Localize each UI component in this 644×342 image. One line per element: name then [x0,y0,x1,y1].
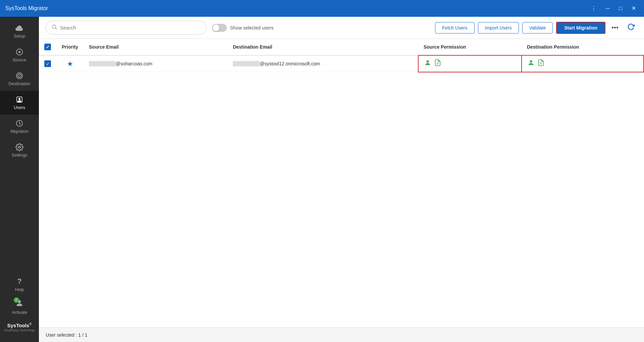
sidebar-item-users-label: Users [14,105,25,110]
select-all-checkbox[interactable]: ✓ [44,44,51,50]
cloud-icon [15,25,24,32]
sidebar-bottom: ? Help ✓ Activate SysTools® Simplifying … [0,274,39,339]
table-body: ✓ ★ @soharcoas.com @systool12.onmicrosof… [39,55,644,72]
sidebar-item-source-label: Source [12,57,26,62]
validate-button[interactable]: Validate [522,22,553,34]
svg-line-11 [55,28,57,29]
row-source-permission [418,55,522,72]
sidebar: Setup Source Destination [0,17,39,342]
refresh-button[interactable] [625,22,637,34]
header-priority: Priority [56,39,84,55]
sidebar-item-settings[interactable]: Settings [0,138,39,162]
svg-point-8 [18,146,20,148]
row-source-email: @soharcoas.com [84,55,227,72]
search-box [46,21,207,35]
table-header: ✓ Priority Source Email Destination Emai… [39,39,644,55]
sidebar-item-destination[interactable]: Destination [0,67,39,91]
more-icon: ••• [611,24,619,31]
sidebar-item-setup[interactable]: Setup [0,20,39,43]
destination-email-domain: @systool12.onmicrosoft.com [260,61,320,66]
row-checkmark-icon: ✓ [46,61,50,66]
star-icon: ★ [67,60,73,67]
header-checkbox-cell: ✓ [39,39,56,55]
header-source-permission: Source Permission [418,39,522,55]
start-migration-button[interactable]: Start Migration [556,22,605,34]
toolbar-actions: Fetch Users Import Users Validate Start … [435,22,637,34]
row-checkbox-cell: ✓ [39,55,56,72]
row-destination-email: @systool12.onmicrosoft.com [227,55,418,72]
dest-perm-icons [527,59,638,68]
toggle-wrap: Show selected users [212,24,430,32]
row-destination-permission [522,55,644,72]
toolbar: Show selected users Fetch Users Import U… [39,17,644,39]
window-controls: ⋮ ─ □ ✕ [588,4,639,12]
svg-point-4 [19,75,20,76]
logo-tm: ® [29,322,32,326]
svg-point-6 [18,98,20,100]
header-source-email: Source Email [84,39,227,55]
sidebar-item-migration[interactable]: Migration [0,115,39,138]
settings-icon [15,143,23,151]
maximize-button[interactable]: □ [616,4,625,12]
sidebar-item-migration-label: Migration [10,129,28,134]
toggle-label: Show selected users [230,25,273,31]
source-email-blurred [89,61,116,66]
user-table: ✓ Priority Source Email Destination Emai… [39,39,644,72]
sidebar-item-setup-label: Setup [14,34,25,39]
source-perm-icons [424,59,516,68]
destination-icon [15,72,23,80]
help-label: Help [15,287,24,292]
show-selected-toggle[interactable] [212,24,227,32]
source-icon [15,48,23,56]
logo-sub: Simplifying Technology [4,329,35,332]
status-text: User selected : 1 / 1 [46,332,88,338]
statusbar: User selected : 1 / 1 [39,327,644,342]
header-destination-permission: Destination Permission [522,39,644,55]
titlebar: SysTools Migrator ⋮ ─ □ ✕ [0,0,644,17]
users-icon [15,96,23,104]
search-input[interactable] [60,25,201,31]
svg-point-15 [530,60,532,63]
activate-icon-wrap: ✓ [15,299,24,308]
sidebar-item-source[interactable]: Source [0,43,39,67]
search-icon [51,24,57,32]
activate-label: Activate [12,310,27,315]
green-check-icon: ✓ [14,297,19,303]
help-icon: ? [17,277,21,286]
refresh-icon [627,23,635,31]
sidebar-help[interactable]: ? Help [0,274,39,295]
row-priority: ★ [56,55,84,72]
toggle-knob [213,24,219,31]
header-destination-email: Destination Email [227,39,418,55]
more-options-button[interactable]: ••• [609,22,621,33]
sidebar-activate[interactable]: ✓ Activate [0,295,39,318]
source-email-domain: @soharcoas.com [116,61,152,66]
minimize-button[interactable]: ─ [603,4,612,12]
table-row: ✓ ★ @soharcoas.com @systool12.onmicrosof… [39,55,644,72]
close-button[interactable]: ✕ [629,4,639,12]
menu-button[interactable]: ⋮ [588,4,599,12]
import-users-button[interactable]: Import Users [478,22,519,34]
sidebar-item-users[interactable]: Users [0,91,39,115]
dest-perm-user-icon [527,59,535,68]
migration-icon [15,119,23,127]
row-checkbox[interactable]: ✓ [44,60,51,67]
source-perm-doc-icon [434,59,441,68]
source-perm-user-icon [424,59,431,68]
sidebar-item-destination-label: Destination [8,81,30,86]
checkmark-icon: ✓ [46,45,50,50]
dest-perm-doc-icon [537,59,545,68]
table-area: ✓ Priority Source Email Destination Emai… [39,39,644,327]
svg-point-12 [426,60,429,63]
logo-text: SysTools [7,323,30,328]
app-title: SysTools Migrator [5,5,48,11]
systools-logo: SysTools® Simplifying Technology [4,318,35,333]
main-content: Show selected users Fetch Users Import U… [39,17,644,342]
logo-main: SysTools® [4,322,35,329]
destination-email-blurred [233,61,260,66]
fetch-users-button[interactable]: Fetch Users [435,22,474,34]
sidebar-item-settings-label: Settings [12,153,28,158]
svg-point-10 [52,25,56,28]
app-body: Setup Source Destination [0,17,644,342]
svg-point-1 [18,51,20,53]
